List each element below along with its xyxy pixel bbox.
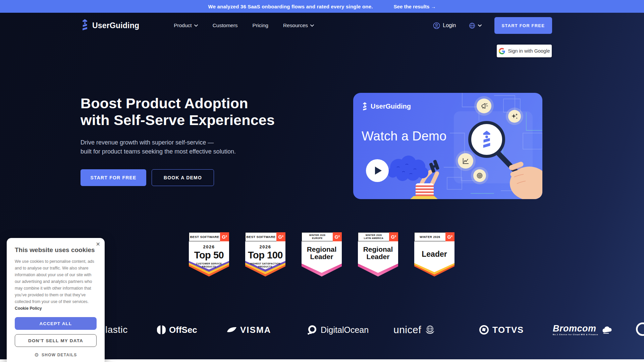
hand-illustration (497, 155, 542, 199)
google-signin-label: Sign in with Google (508, 48, 550, 54)
g2-badge-leader: WINTER 2026 G² Leader (414, 232, 454, 277)
lighthouse-icon (480, 131, 493, 148)
digitalocean-logo-icon (307, 325, 317, 335)
dont-sell-button[interactable]: DON'T SELL MY DATA (15, 334, 97, 347)
cookie-body: We use cookies to personalise content, a… (15, 258, 97, 312)
nav-item-customers[interactable]: Customers (213, 22, 238, 28)
partial-logo (636, 322, 644, 336)
visma-logo: VISMA (227, 321, 271, 339)
cloud-icon (601, 326, 613, 334)
show-details-button[interactable]: ⚙ SHOW DETAILS (15, 352, 97, 358)
digitalocean-logo-text: DigitalOcean (321, 325, 369, 335)
g2-badge-regional-europe: WINTER 2026 EUROPE G² RegionalLeader (302, 232, 342, 277)
offsec-logo-icon (157, 325, 166, 335)
nav-item-resources[interactable]: Resources (283, 22, 314, 28)
badge-subtitle: CUSTOMER SERVICEPRODUCTS (189, 262, 229, 268)
badge-title: Leader (414, 250, 454, 259)
globe-icon (469, 22, 475, 29)
g2-icon: G² (389, 232, 398, 241)
video-title: Watch a Demo (362, 129, 447, 143)
g2-badge-top100: BEST SOFTWARE G² 2026 Top 100 HIGHEST SA… (245, 232, 285, 277)
nav-links: Product Customers Pricing Resources (174, 22, 314, 28)
brand-logo[interactable]: UserGuiding (80, 19, 139, 32)
title-line: Boost Product Adoption (80, 95, 248, 111)
g2-icon: G² (276, 232, 285, 241)
accept-all-button[interactable]: ACCEPT ALL (15, 317, 97, 330)
badge-title: RegionalLeader (302, 246, 342, 260)
nav-item-label: Pricing (253, 22, 268, 28)
page: We analyzed 36 SaaS onboarding flows and… (0, 0, 644, 362)
cookie-title: This website uses cookies (15, 246, 97, 254)
user-icon (433, 22, 440, 29)
g2-icon: G² (333, 232, 342, 241)
nav-right: Login START FOR FREE (433, 17, 552, 34)
cookie-dialog: ✕ This website uses cookies We use cooki… (7, 238, 105, 362)
hero-book-demo-button[interactable]: BOOK A DEMO (152, 169, 214, 186)
unicef-logo-icon (425, 324, 435, 335)
subtitle-line: built for product teams seeking the most… (80, 148, 236, 155)
badge-header: WINTER 2026 EUROPE G² (302, 232, 342, 241)
banner-cta-link[interactable]: See the results → (394, 4, 436, 9)
title-line: with Self-Serve Experiences (80, 112, 275, 128)
start-for-free-button[interactable]: START FOR FREE (494, 17, 552, 34)
nav-item-label: Product (174, 22, 192, 28)
target-icon (473, 169, 486, 182)
chevron-down-icon (478, 24, 482, 27)
badge-header: BEST SOFTWARE G² (245, 232, 285, 241)
banner-message: We analyzed 36 SaaS onboarding flows and… (208, 4, 373, 9)
chevron-down-icon (194, 24, 198, 27)
login-button[interactable]: Login (433, 22, 456, 29)
brand-name: UserGuiding (92, 21, 139, 30)
g2-badge-regional-latam: WINTER 2026 LATIN AMERICA G² RegionalLea… (358, 232, 398, 277)
g2-icon: G² (445, 232, 454, 241)
play-icon (375, 167, 382, 175)
totvs-logo: TOTVS (479, 321, 524, 339)
offsec-logo: OffSec (157, 321, 197, 339)
main-nav: UserGuiding Product Customers Pricing Re… (0, 13, 644, 38)
show-details-label: SHOW DETAILS (42, 353, 77, 357)
language-selector[interactable] (469, 22, 482, 29)
google-signin-button[interactable]: Sign in with Google (497, 45, 552, 57)
elastic-logo-text: lastic (105, 324, 128, 335)
demo-video-card[interactable]: UserGuiding Watch a Demo (353, 93, 542, 199)
badge-year: 2026 (245, 244, 285, 249)
video-brand-logo: UserGuiding (362, 102, 411, 111)
magnifier-illustration (468, 121, 505, 158)
chevron-down-icon (310, 24, 314, 27)
page-title: Boost Product Adoption with Self-Serve E… (80, 95, 275, 128)
badge-title: RegionalLeader (358, 246, 398, 260)
totvs-logo-text: TOTVS (492, 325, 524, 335)
visma-logo-icon (227, 326, 237, 333)
awards-row: BEST SOFTWARE G² 2026 Top 50 CUSTOMER SE… (189, 232, 454, 277)
subtitle-line: Drive revenue growth with superior self-… (80, 139, 214, 146)
offsec-logo-text: OffSec (169, 325, 197, 335)
nav-item-label: Customers (213, 22, 238, 28)
unicef-logo-text: unicef (393, 324, 421, 336)
announcement-banner: We analyzed 36 SaaS onboarding flows and… (0, 0, 644, 13)
badge-title: Top 100 (245, 250, 285, 261)
megaphone-icon (477, 99, 491, 113)
hero-start-free-button[interactable]: START FOR FREE (80, 169, 146, 186)
google-icon (499, 48, 505, 54)
cookie-body-text: We use cookies to personalise content, a… (15, 259, 94, 304)
digitalocean-logo: DigitalOcean (307, 321, 369, 339)
sparkles-icon (508, 110, 521, 123)
close-icon[interactable]: ✕ (96, 242, 100, 247)
play-button[interactable] (366, 159, 389, 182)
badge-year: 2026 (189, 244, 229, 249)
g2-icon: G² (220, 232, 229, 241)
nav-item-label: Resources (283, 22, 308, 28)
badge-title: Top 50 (189, 250, 229, 261)
hero-buttons: START FOR FREE BOOK A DEMO (80, 169, 275, 186)
lighthouse-icon (80, 19, 89, 32)
badge-header: WINTER 2026 LATIN AMERICA G² (358, 232, 398, 241)
cookie-policy-link[interactable]: Cookie Policy (15, 306, 42, 311)
person-illustration (383, 153, 450, 199)
elastic-logo: lastic (105, 321, 128, 339)
g2-badge-top50: BEST SOFTWARE G² 2026 Top 50 CUSTOMER SE… (189, 232, 229, 277)
nav-item-pricing[interactable]: Pricing (253, 22, 268, 28)
visma-logo-text: VISMA (240, 325, 271, 335)
nav-item-product[interactable]: Product (174, 22, 198, 28)
totvs-logo-icon (479, 325, 489, 335)
video-brand-name: UserGuiding (371, 103, 411, 110)
